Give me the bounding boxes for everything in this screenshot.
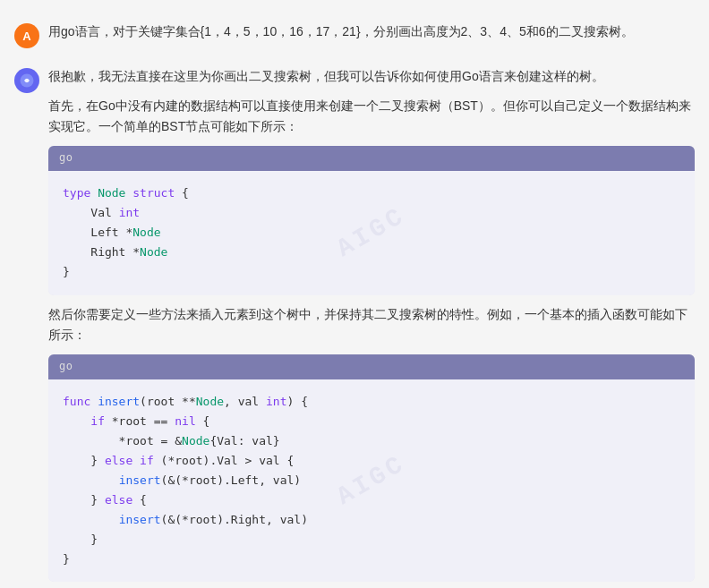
code-block-2-body: AIGC func insert(root **Node, val int) {… xyxy=(48,379,695,583)
ai-message-content: 很抱歉，我无法直接在这里为你画出二叉搜索树，但我可以告诉你如何使用Go语言来创建… xyxy=(48,66,695,588)
code-block-2-lang: go xyxy=(59,360,73,372)
ai-logo-icon xyxy=(19,72,35,89)
ai-para-2: 首先，在Go中没有内建的数据结构可以直接使用来创建一个二叉搜索树（BST）。但你… xyxy=(48,96,695,137)
ai-para-3: 然后你需要定义一些方法来插入元素到这个树中，并保持其二叉搜索树的特性。例如，一个… xyxy=(48,304,695,345)
code-block-1-header: go xyxy=(48,146,695,171)
code-block-1-pre: type Node struct { Val int Left *Node Ri… xyxy=(63,183,680,282)
ai-avatar xyxy=(14,68,39,93)
ai-message-row: 很抱歉，我无法直接在这里为你画出二叉搜索树，但我可以告诉你如何使用Go语言来创建… xyxy=(0,59,709,588)
code-block-1: go AIGC type Node struct { Val int Left … xyxy=(48,146,695,294)
user-message-content: 用go语言，对于关键字集合{1，4，5，10，16，17，21}，分别画出高度为… xyxy=(48,21,695,42)
user-message-text: 用go语言，对于关键字集合{1，4，5，10，16，17，21}，分别画出高度为… xyxy=(48,21,695,42)
code-block-2: go AIGC func insert(root **Node, val int… xyxy=(48,354,695,583)
code-block-1-lang: go xyxy=(59,151,73,164)
chat-container: A 用go语言，对于关键字集合{1，4，5，10，16，17，21}，分别画出高… xyxy=(0,0,709,588)
user-avatar: A xyxy=(14,23,39,48)
code-block-2-header: go xyxy=(48,354,695,379)
user-message-row: A 用go语言，对于关键字集合{1，4，5，10，16，17，21}，分别画出高… xyxy=(0,14,709,55)
user-avatar-text: A xyxy=(22,30,30,43)
code-block-2-pre: func insert(root **Node, val int) { if *… xyxy=(63,392,680,570)
ai-para-1: 很抱歉，我无法直接在这里为你画出二叉搜索树，但我可以告诉你如何使用Go语言来创建… xyxy=(48,66,695,87)
code-block-1-body: AIGC type Node struct { Val int Left *No… xyxy=(48,171,695,294)
